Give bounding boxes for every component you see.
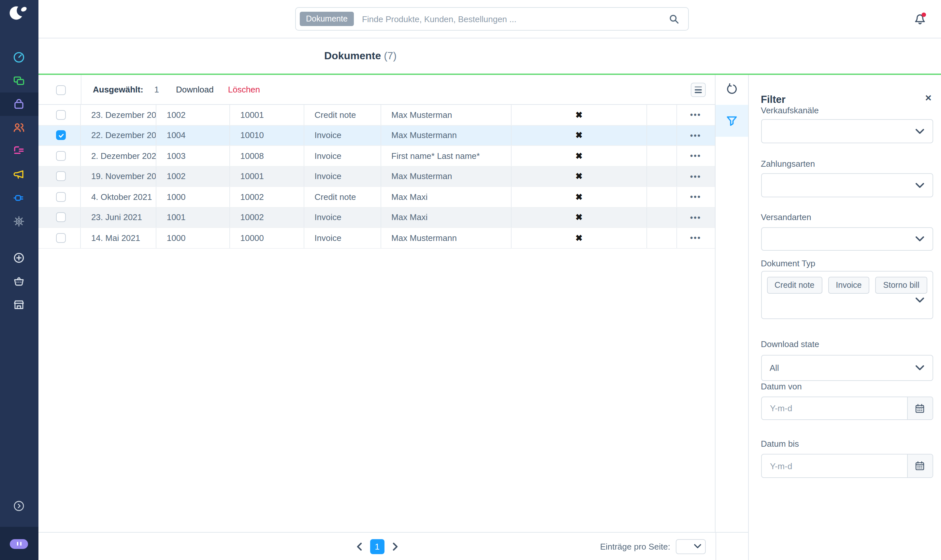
cell-document-type: Credit note bbox=[304, 187, 381, 207]
cell-empty bbox=[647, 146, 677, 166]
row-checkbox[interactable] bbox=[56, 151, 66, 161]
sales-channels-select[interactable] bbox=[761, 119, 933, 143]
next-page-icon[interactable] bbox=[392, 542, 398, 551]
download-state-label: Download state bbox=[761, 339, 819, 349]
search-icon bbox=[668, 13, 679, 25]
download-state-select[interactable]: All bbox=[761, 355, 933, 381]
row-checkbox[interactable] bbox=[56, 233, 66, 243]
sidebar-item-customers[interactable] bbox=[0, 116, 38, 139]
search-scope-tag[interactable]: Dokumente bbox=[299, 12, 354, 26]
cell-document-number: 1000 bbox=[156, 187, 230, 207]
sidebar-item-orders[interactable] bbox=[0, 92, 38, 116]
chevron-down-icon bbox=[915, 183, 924, 188]
cell-customer-name: Max Musterman bbox=[381, 166, 512, 186]
search-input[interactable]: Finde Produkte, Kunden, Bestellungen ... bbox=[362, 14, 668, 24]
shopware-logo-icon[interactable] bbox=[9, 6, 29, 20]
download-button[interactable]: Download bbox=[176, 85, 214, 95]
delete-button[interactable]: Löschen bbox=[228, 85, 260, 95]
cell-download-status: ✖ bbox=[512, 146, 648, 166]
row-checkbox[interactable] bbox=[56, 110, 66, 120]
topbar: Dokumente Finde Produkte, Kunden, Bestel… bbox=[38, 0, 941, 38]
cell-date: 22. Dezember 2021 bbox=[81, 125, 156, 145]
store-icon bbox=[13, 298, 26, 311]
close-icon[interactable]: ✕ bbox=[925, 94, 932, 102]
grid-body: 23. Dezember 2021100210001Credit noteMax… bbox=[38, 105, 714, 248]
cell-checkbox bbox=[38, 146, 81, 166]
row-checkbox[interactable] bbox=[56, 172, 66, 182]
cell-order-number: 10002 bbox=[230, 208, 304, 227]
filter-funnel-icon bbox=[726, 115, 737, 127]
sidebar-footer bbox=[0, 526, 38, 560]
context-menu-button[interactable]: ••• bbox=[690, 172, 701, 181]
row-checkbox[interactable] bbox=[56, 212, 66, 222]
global-search[interactable]: Dokumente Finde Produkte, Kunden, Bestel… bbox=[295, 7, 688, 31]
column-settings-button[interactable] bbox=[690, 82, 706, 97]
payment-methods-label: Zahlungsarten bbox=[761, 158, 815, 168]
shipping-methods-select[interactable] bbox=[761, 227, 933, 251]
cell-actions: ••• bbox=[677, 125, 714, 145]
table-row[interactable]: 19. November 2021100210001InvoiceMax Mus… bbox=[38, 166, 714, 187]
cell-order-number: 10010 bbox=[230, 125, 304, 145]
date-to-calendar-button[interactable] bbox=[907, 454, 932, 477]
sidebar-item-add[interactable] bbox=[0, 246, 38, 269]
cell-date: 14. Mai 2021 bbox=[81, 228, 156, 248]
context-menu-button[interactable]: ••• bbox=[690, 151, 701, 160]
notifications-bell-icon[interactable] bbox=[913, 12, 927, 26]
filter-toggle[interactable] bbox=[715, 105, 748, 137]
table-row[interactable]: 23. Dezember 2021100210001Credit noteMax… bbox=[38, 105, 714, 125]
table-row[interactable]: 4. Oktober 2021100010002Credit noteMax M… bbox=[38, 187, 714, 208]
dashboard-icon bbox=[13, 51, 26, 64]
notification-dot bbox=[921, 12, 926, 17]
pause-button[interactable] bbox=[10, 539, 28, 549]
expand-sidebar-icon[interactable] bbox=[14, 501, 24, 511]
cell-empty bbox=[647, 105, 677, 125]
plus-circle-icon bbox=[13, 251, 26, 265]
document-type-tag[interactable]: Invoice bbox=[828, 277, 869, 294]
per-page-select[interactable] bbox=[676, 539, 705, 554]
sidebar-item-content[interactable] bbox=[0, 139, 38, 163]
table-row[interactable]: 14. Mai 2021100010000InvoiceMax Musterma… bbox=[38, 228, 714, 248]
context-menu-button[interactable]: ••• bbox=[690, 110, 701, 120]
row-checkbox[interactable] bbox=[56, 192, 66, 202]
page-button-current[interactable]: 1 bbox=[370, 539, 384, 554]
prev-page-icon[interactable] bbox=[356, 542, 362, 551]
cell-order-number: 10000 bbox=[230, 228, 304, 248]
cell-empty bbox=[647, 228, 677, 248]
table-row[interactable]: 23. Juni 2021100110002InvoiceMax Maxi✖••… bbox=[38, 208, 714, 228]
date-from-input[interactable]: Y-m-d bbox=[761, 397, 933, 420]
sidebar-item-dashboard[interactable] bbox=[0, 46, 38, 69]
sidebar-item-settings[interactable] bbox=[0, 210, 38, 233]
cell-checkbox bbox=[38, 166, 81, 186]
filter-panel: Filter ✕ Verkaufskanäle Zahlungsarten Ve… bbox=[748, 75, 941, 560]
cell-download-status: ✖ bbox=[512, 125, 648, 145]
cell-customer-name: Max Mustermann bbox=[381, 228, 512, 248]
select-all-checkbox[interactable] bbox=[56, 85, 66, 95]
row-checkbox[interactable] bbox=[56, 131, 66, 140]
cell-checkbox bbox=[38, 187, 81, 207]
sidebar-item-basket[interactable] bbox=[0, 269, 38, 293]
sidebar-item-marketing[interactable] bbox=[0, 163, 38, 186]
payment-methods-select[interactable] bbox=[761, 173, 933, 197]
cell-document-number: 1002 bbox=[156, 166, 230, 186]
document-type-tag[interactable]: Storno bill bbox=[876, 277, 927, 294]
context-menu-button[interactable]: ••• bbox=[690, 213, 701, 222]
sales-channels-label: Verkaufskanäle bbox=[761, 105, 819, 115]
document-type-tag[interactable]: Credit note bbox=[767, 277, 822, 294]
sidebar-item-catalogues[interactable] bbox=[0, 69, 38, 92]
table-row[interactable]: 22. Dezember 2021100410010InvoiceMax Mus… bbox=[38, 125, 714, 146]
context-menu-button[interactable]: ••• bbox=[690, 131, 701, 140]
smartbar: Dokumente (7) bbox=[38, 38, 941, 75]
marketing-megaphone-icon bbox=[13, 168, 26, 181]
document-type-label: Dokument Typ bbox=[761, 258, 815, 268]
date-from-calendar-button[interactable] bbox=[907, 397, 932, 419]
context-menu-button[interactable]: ••• bbox=[690, 192, 701, 202]
cell-document-type: Invoice bbox=[304, 146, 381, 166]
refresh-icon[interactable] bbox=[726, 83, 737, 95]
date-to-input[interactable]: Y-m-d bbox=[761, 454, 933, 478]
context-menu-button[interactable]: ••• bbox=[690, 234, 701, 243]
sidebar-item-extensions[interactable] bbox=[0, 186, 38, 210]
cell-order-number: 10008 bbox=[230, 146, 304, 166]
table-row[interactable]: 2. Dezember 2021100310008InvoiceFirst na… bbox=[38, 146, 714, 166]
sidebar-item-store[interactable] bbox=[0, 293, 38, 317]
document-type-select[interactable]: Credit noteInvoiceStorno bill bbox=[761, 271, 933, 319]
